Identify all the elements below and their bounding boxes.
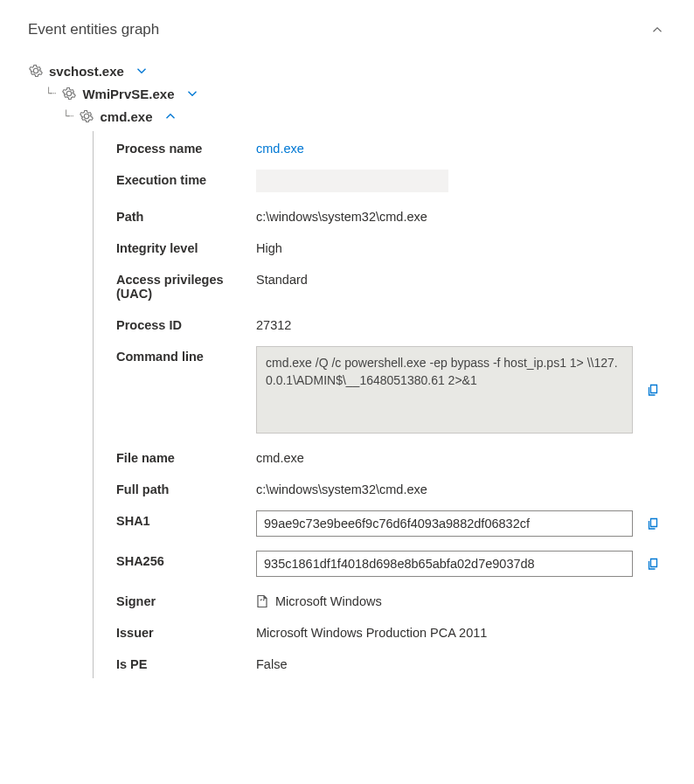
value-is-pe: False xyxy=(256,654,666,671)
section-header: Event entities graph xyxy=(28,21,666,38)
tree-connector: └┈ xyxy=(45,87,54,100)
chevron-down-icon xyxy=(136,66,147,76)
value-execution-time-redacted xyxy=(256,170,448,192)
copy-icon xyxy=(647,517,661,531)
tree-node-cmd[interactable]: └┈ cmd.exe xyxy=(63,105,666,128)
process-name-label: WmiPrvSE.exe xyxy=(82,87,174,101)
value-path: c:\windows\system32\cmd.exe xyxy=(256,206,666,224)
label-is-pe: Is PE xyxy=(116,654,256,671)
value-access-privileges: Standard xyxy=(256,269,666,287)
row-command-line: Command line cmd.exe /Q /c powershell.ex… xyxy=(116,339,666,441)
section-collapse[interactable] xyxy=(649,23,666,37)
chevron-up-icon xyxy=(165,111,176,121)
label-sha1: SHA1 xyxy=(116,510,256,528)
label-integrity-level: Integrity level xyxy=(116,238,256,255)
value-process-id: 27312 xyxy=(256,315,666,332)
node-expander[interactable] xyxy=(184,87,201,101)
value-sha1[interactable]: 99ae9c73e9bee6f9c76d6f4093a9882df06832cf xyxy=(256,510,633,537)
label-access-privileges: Access privileges (UAC) xyxy=(116,269,256,301)
value-issuer: Microsoft Windows Production PCA 2011 xyxy=(256,622,666,640)
row-process-id: Process ID 27312 xyxy=(116,308,666,339)
process-name-label: svchost.exe xyxy=(49,64,124,79)
value-sha256[interactable]: 935c1861df1f4018d698e8b65abfa02d7e9037d8 xyxy=(256,551,633,577)
gear-icon xyxy=(28,63,44,79)
label-full-path: Full path xyxy=(116,479,256,496)
tree-node-svchost[interactable]: svchost.exe xyxy=(28,59,666,82)
value-integrity-level: High xyxy=(256,238,666,255)
copy-sha1-button[interactable] xyxy=(642,511,666,536)
label-signer: Signer xyxy=(116,591,256,608)
value-signer: Microsoft Windows xyxy=(275,594,382,608)
row-full-path: Full path c:\windows\system32\cmd.exe xyxy=(116,472,666,503)
label-process-name: Process name xyxy=(116,138,256,156)
label-file-name: File name xyxy=(116,448,256,465)
copy-sha256-button[interactable] xyxy=(642,552,666,576)
gear-icon xyxy=(79,108,94,124)
label-command-line: Command line xyxy=(116,346,256,364)
chevron-up-icon xyxy=(652,24,663,35)
label-path: Path xyxy=(116,206,256,224)
row-integrity-level: Integrity level High xyxy=(116,231,666,262)
row-access-privileges: Access privileges (UAC) Standard xyxy=(116,262,666,308)
node-expander[interactable] xyxy=(162,109,179,123)
value-command-line[interactable]: cmd.exe /Q /c powershell.exe -ep bypass … xyxy=(256,346,633,434)
label-execution-time: Execution time xyxy=(116,170,256,187)
copy-icon xyxy=(647,557,661,571)
value-process-name[interactable]: cmd.exe xyxy=(256,138,666,156)
node-expander[interactable] xyxy=(133,64,150,78)
copy-icon xyxy=(647,383,661,397)
row-process-name: Process name cmd.exe xyxy=(116,131,666,163)
row-file-name: File name cmd.exe xyxy=(116,441,666,472)
section-title: Event entities graph xyxy=(28,21,159,38)
row-path: Path c:\windows\system32\cmd.exe xyxy=(116,199,666,231)
gear-icon xyxy=(61,86,77,101)
label-process-id: Process ID xyxy=(116,315,256,332)
row-sha256: SHA256 935c1861df1f4018d698e8b65abfa02d7… xyxy=(116,544,666,584)
row-sha1: SHA1 99ae9c73e9bee6f9c76d6f4093a9882df06… xyxy=(116,503,666,544)
row-execution-time: Execution time xyxy=(116,163,666,199)
process-details: Process name cmd.exe Execution time Path… xyxy=(93,131,666,678)
label-sha256: SHA256 xyxy=(116,551,256,568)
tree-connector: └┈ xyxy=(63,110,72,122)
tree-node-wmiprvse[interactable]: └┈ WmiPrvSE.exe xyxy=(45,82,666,105)
chevron-down-icon xyxy=(187,88,198,99)
certificate-icon xyxy=(256,594,268,608)
label-issuer: Issuer xyxy=(116,622,256,640)
copy-command-line-button[interactable] xyxy=(642,378,666,402)
process-name-label: cmd.exe xyxy=(100,109,152,124)
value-full-path: c:\windows\system32\cmd.exe xyxy=(256,479,666,496)
row-is-pe: Is PE False xyxy=(116,647,666,678)
row-signer: Signer Microsoft Windows xyxy=(116,584,666,615)
row-issuer: Issuer Microsoft Windows Production PCA … xyxy=(116,615,666,647)
value-file-name: cmd.exe xyxy=(256,448,666,465)
